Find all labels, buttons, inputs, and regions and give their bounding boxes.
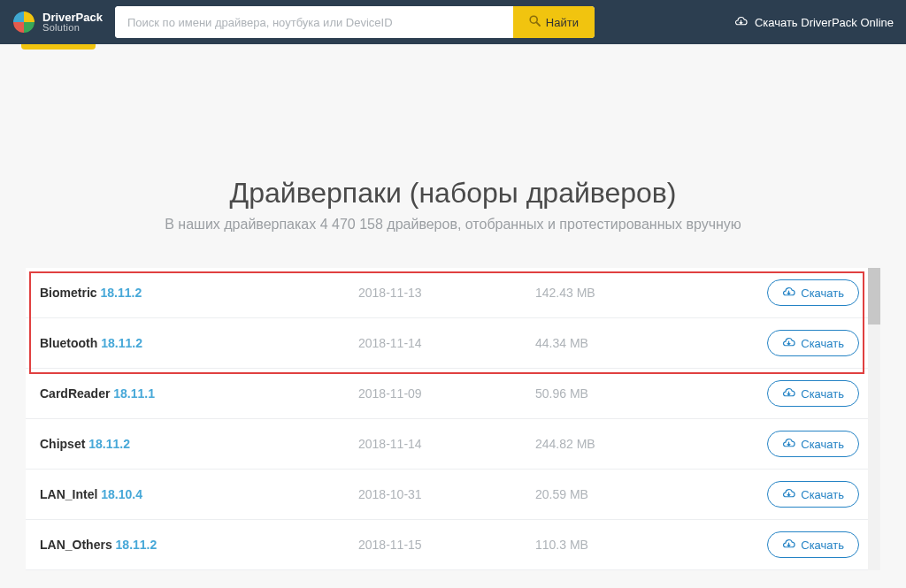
pack-version-link[interactable]: 18.11.1 bbox=[113, 386, 155, 401]
download-online-link[interactable]: Скачать DriverPack Online bbox=[734, 16, 894, 29]
search-icon bbox=[529, 15, 541, 29]
pack-name: CardReader bbox=[40, 386, 110, 401]
brand-logo[interactable]: DriverPack Solution bbox=[12, 11, 103, 34]
pack-date: 2018-11-15 bbox=[358, 538, 535, 552]
pack-name: Chipset bbox=[40, 437, 85, 451]
table-row: LAN_Others 18.11.2 2018-11-15 110.3 MB С… bbox=[26, 520, 880, 570]
pack-version-link[interactable]: 18.10.4 bbox=[101, 487, 142, 501]
download-button-label: Скачать bbox=[801, 438, 844, 451]
download-button[interactable]: Скачать bbox=[767, 531, 859, 558]
cloud-download-icon bbox=[782, 488, 795, 501]
search-bar: Найти bbox=[115, 6, 595, 38]
pack-size: 244.82 MB bbox=[535, 437, 686, 451]
cloud-download-icon bbox=[734, 16, 748, 29]
pack-version-link[interactable]: 18.11.2 bbox=[101, 336, 142, 350]
download-button-label: Скачать bbox=[801, 337, 844, 350]
cloud-download-icon bbox=[782, 286, 795, 300]
page-subtitle: В наших драйверпаках 4 470 158 драйверов… bbox=[0, 217, 906, 233]
search-button[interactable]: Найти bbox=[513, 6, 595, 38]
download-button-label: Скачать bbox=[801, 286, 844, 300]
search-button-label: Найти bbox=[546, 16, 579, 29]
search-input[interactable] bbox=[115, 6, 513, 38]
download-button[interactable]: Скачать bbox=[767, 431, 859, 457]
cloud-download-icon bbox=[782, 387, 795, 401]
download-button[interactable]: Скачать bbox=[767, 380, 859, 407]
download-button[interactable]: Скачать bbox=[767, 279, 859, 306]
brand-name-bottom: Solution bbox=[42, 23, 103, 33]
page-title: Драйверпаки (наборы драйверов) bbox=[0, 177, 906, 210]
pack-date: 2018-11-14 bbox=[358, 437, 535, 451]
main-content: Драйверпаки (наборы драйверов) В наших д… bbox=[0, 44, 906, 570]
pack-date: 2018-11-14 bbox=[358, 336, 535, 350]
pack-size: 50.96 MB bbox=[535, 386, 686, 401]
pack-date: 2018-11-13 bbox=[358, 286, 535, 300]
svg-line-2 bbox=[536, 22, 540, 26]
cloud-download-icon bbox=[782, 438, 795, 451]
pack-version-link[interactable]: 18.11.2 bbox=[116, 538, 157, 552]
cloud-download-icon bbox=[782, 337, 795, 350]
download-button-label: Скачать bbox=[801, 538, 844, 552]
pack-date: 2018-11-09 bbox=[358, 386, 535, 401]
driverpack-table: Biometric 18.11.2 2018-11-13 142.43 MB С… bbox=[26, 268, 880, 570]
download-button[interactable]: Скачать bbox=[767, 330, 859, 356]
download-button-label: Скачать bbox=[801, 387, 844, 401]
table-row: Bluetooth 18.11.2 2018-11-14 44.34 MB Ск… bbox=[26, 318, 880, 369]
table-row: CardReader 18.11.1 2018-11-09 50.96 MB С… bbox=[26, 369, 880, 419]
pack-size: 20.59 MB bbox=[535, 487, 686, 501]
pack-version-link[interactable]: 18.11.2 bbox=[88, 437, 130, 451]
download-button-label: Скачать bbox=[801, 488, 844, 501]
pack-name: Bluetooth bbox=[40, 336, 97, 350]
cloud-download-icon bbox=[782, 538, 795, 552]
yellow-accent-strip bbox=[21, 44, 96, 50]
scrollbar-track[interactable] bbox=[868, 268, 880, 570]
top-navbar: DriverPack Solution Найти Скачать Driver… bbox=[0, 0, 906, 44]
download-button[interactable]: Скачать bbox=[767, 481, 859, 508]
pack-size: 110.3 MB bbox=[535, 538, 686, 552]
pack-name: LAN_Intel bbox=[40, 487, 97, 501]
pack-name: Biometric bbox=[40, 286, 97, 300]
pack-name: LAN_Others bbox=[40, 538, 112, 552]
table-row: LAN_Intel 18.10.4 2018-10-31 20.59 MB Ск… bbox=[26, 470, 880, 520]
logo-icon bbox=[12, 11, 35, 34]
pack-size: 142.43 MB bbox=[535, 286, 686, 300]
pack-size: 44.34 MB bbox=[535, 336, 686, 350]
download-online-label: Скачать DriverPack Online bbox=[755, 16, 894, 29]
scrollbar-thumb[interactable] bbox=[868, 268, 880, 325]
pack-date: 2018-10-31 bbox=[358, 487, 535, 501]
table-row: Chipset 18.11.2 2018-11-14 244.82 MB Ска… bbox=[26, 419, 880, 470]
pack-version-link[interactable]: 18.11.2 bbox=[100, 286, 142, 300]
table-row: Biometric 18.11.2 2018-11-13 142.43 MB С… bbox=[26, 268, 880, 318]
